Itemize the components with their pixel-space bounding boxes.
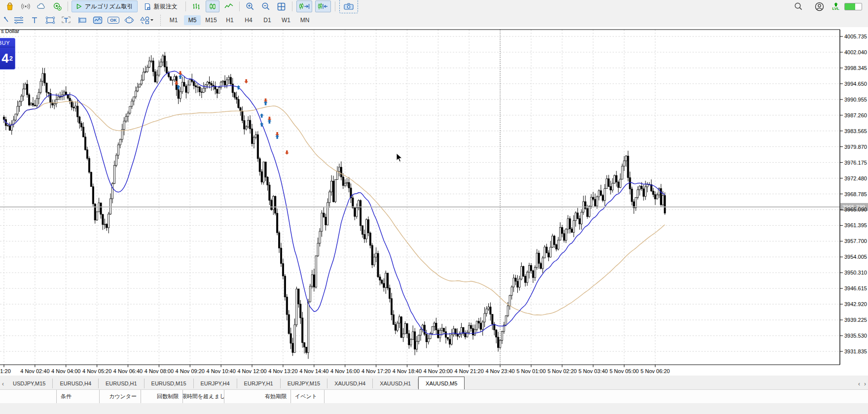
svg-text:3939.225: 3939.225 [844, 317, 867, 323]
svg-text:3990.955: 3990.955 [844, 97, 867, 103]
chart-area[interactable]: 3965.7304005.7354002.0403998.3453994.650… [0, 27, 868, 376]
status-cell-condition: 条件 [57, 390, 100, 403]
tab-eurusd-h4[interactable]: EURUSD,H4 [53, 379, 99, 388]
tabs-scroll-left-end-icon[interactable]: ‹ [856, 380, 862, 389]
svg-text:4 Nov 09:20: 4 Nov 09:20 [176, 368, 205, 374]
svg-text:3998.345: 3998.345 [844, 65, 867, 71]
svg-text:3979.870: 3979.870 [844, 144, 867, 150]
svg-text:4 Nov 02:40: 4 Nov 02:40 [20, 368, 49, 374]
buy-marker [275, 135, 279, 139]
svg-text:4 Nov 12:00: 4 Nov 12:00 [237, 368, 266, 374]
mouse-cursor [397, 153, 402, 162]
buy-marker [260, 122, 264, 127]
tabs-scroll-left-icon[interactable]: ‹ [0, 380, 6, 389]
status-cell-time-limit-exceeded: 制限時間を超えました [183, 390, 224, 403]
tab-eurusd-m15[interactable]: EURUSD,M15 [145, 379, 194, 388]
svg-text:4005.735: 4005.735 [844, 34, 867, 39]
svg-text:5 Nov 06:20: 5 Nov 06:20 [641, 368, 670, 374]
grid-layer [0, 30, 840, 365]
svg-text:3968.785: 3968.785 [844, 191, 867, 197]
svg-text:3931.835: 3931.835 [844, 348, 867, 354]
svg-text:4 Nov 16:00: 4 Nov 16:00 [330, 368, 360, 374]
status-cell-empty [0, 390, 57, 403]
svg-text:4002.040: 4002.040 [844, 49, 867, 55]
chart-title: s Dollar [1, 28, 19, 34]
chart-tab-bar: ‹ USDJPY,M15 EURUSD,H4 EURUSD,H1 EURUSD,… [0, 376, 868, 389]
sell-marker [175, 81, 179, 85]
svg-text:3961.395: 3961.395 [844, 222, 867, 228]
status-cell-counter: カウンター [100, 390, 141, 403]
svg-text:4 Nov 18:40: 4 Nov 18:40 [393, 368, 422, 374]
svg-text:3954.005: 3954.005 [844, 254, 867, 260]
sell-marker [244, 79, 248, 84]
tab-eurjpy-h1[interactable]: EURJPY,H1 [237, 379, 281, 388]
svg-text:5 Nov 02:20: 5 Nov 02:20 [547, 368, 577, 374]
tab-xauusd-m5[interactable]: XAUUSD,M5 [418, 377, 465, 389]
moving-averages-layer [4, 71, 665, 335]
svg-text:5 Nov 03:40: 5 Nov 03:40 [579, 368, 608, 374]
status-bar: 条件 カウンター 回数制限 制限時間を超えました 有効期限 イベント [0, 389, 868, 404]
buy-marker [260, 113, 264, 118]
svg-text:4 Nov 20:00: 4 Nov 20:00 [424, 368, 453, 374]
buy-marker [179, 74, 182, 79]
tab-eurusd-h1[interactable]: EURUSD,H1 [99, 379, 145, 388]
svg-text:4 Nov 05:20: 4 Nov 05:20 [82, 368, 111, 374]
tab-eurjpy-h4[interactable]: EURJPY,H4 [194, 379, 237, 388]
buy-label: BUY [0, 38, 15, 47]
svg-text:4 Nov 23:40: 4 Nov 23:40 [485, 368, 514, 374]
svg-text:01:20: 01:20 [0, 368, 11, 374]
svg-text:3972.480: 3972.480 [844, 175, 867, 181]
buy-marker [267, 119, 271, 124]
status-cell-expiry: 有効期限 [224, 390, 291, 403]
svg-text:5 Nov 01:00: 5 Nov 01:00 [516, 368, 545, 374]
axes-layer: 4005.7354002.0403998.3453994.6503990.955… [0, 30, 867, 374]
svg-text:3987.260: 3987.260 [844, 112, 867, 118]
svg-text:4 Nov 08:00: 4 Nov 08:00 [145, 368, 174, 374]
tab-xauusd-h1[interactable]: XAUUSD,H1 [373, 379, 418, 388]
svg-text:4 Nov 04:00: 4 Nov 04:00 [51, 368, 80, 374]
svg-text:3994.650: 3994.650 [844, 81, 867, 87]
svg-text:4 Nov 21:20: 4 Nov 21:20 [455, 368, 484, 374]
tab-usdjpy-m15[interactable]: USDJPY,M15 [6, 379, 53, 388]
status-cell-count-limit: 回数制限 [141, 390, 183, 403]
tabs-scroll-right-icon[interactable]: › [862, 380, 868, 389]
svg-text:3957.700: 3957.700 [844, 238, 867, 244]
svg-text:3935.530: 3935.530 [844, 333, 867, 339]
candles-layer [3, 52, 665, 359]
svg-text:4 Nov 06:40: 4 Nov 06:40 [113, 368, 143, 374]
svg-text:3942.920: 3942.920 [844, 301, 867, 307]
buy-marker [264, 101, 268, 105]
svg-text:4 Nov 14:40: 4 Nov 14:40 [299, 368, 328, 374]
svg-text:3965.090: 3965.090 [844, 207, 867, 212]
svg-text:3976.175: 3976.175 [844, 160, 867, 166]
svg-text:3946.615: 3946.615 [844, 285, 867, 291]
svg-text:5 Nov 05:00: 5 Nov 05:00 [610, 368, 639, 374]
svg-text:3950.310: 3950.310 [844, 270, 867, 276]
window-bottom-strip [0, 403, 868, 414]
svg-text:4 Nov 17:20: 4 Nov 17:20 [362, 368, 391, 374]
status-cell-event: イベント [291, 390, 325, 403]
one-click-buy-button[interactable]: BUY 42 [0, 38, 15, 69]
mt5-window: アルゴリズム取引 新規注文 [0, 0, 868, 414]
svg-text:3983.565: 3983.565 [844, 128, 867, 134]
price-chart-canvas[interactable]: 3965.7304005.7354002.0403998.3453994.650… [0, 0, 868, 414]
sell-marker [285, 150, 289, 155]
tab-eurjpy-m15[interactable]: EURJPY,M15 [281, 379, 327, 388]
tab-xauusd-h4[interactable]: XAUUSD,H4 [327, 379, 373, 388]
buy-price: 42 [0, 47, 15, 69]
svg-text:4 Nov 10:40: 4 Nov 10:40 [206, 368, 235, 374]
svg-text:4 Nov 13:20: 4 Nov 13:20 [268, 368, 297, 374]
